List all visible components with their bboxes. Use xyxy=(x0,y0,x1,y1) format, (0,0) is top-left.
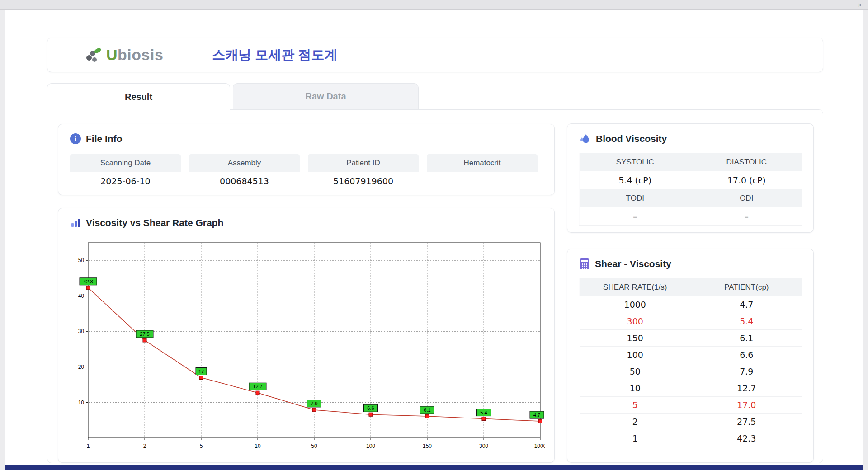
odi-label: ODI xyxy=(691,189,802,207)
data-point-label: 42.3 xyxy=(83,279,93,284)
x-tick-label: 1 xyxy=(87,443,90,449)
file-info-fields: Scanning Date 2025-06-10 Assembly 000684… xyxy=(70,154,538,190)
shear-rate-cell: 5 xyxy=(580,397,691,414)
patient-viscosity-cell: 17.0 xyxy=(691,397,802,414)
ubiosis-logo: Ubiosis xyxy=(84,46,163,64)
y-tick-label: 10 xyxy=(78,400,85,406)
blood-viscosity-header: Blood Viscosity xyxy=(567,124,813,145)
graph-header: Viscosity vs Shear Rate Graph xyxy=(58,208,554,228)
water-drop-icon xyxy=(579,133,591,145)
blood-viscosity-table: SYSTOLIC DIASTOLIC 5.4 (cP) 17.0 (cP) TO… xyxy=(579,153,802,226)
diastolic-value: 17.0 (cP) xyxy=(691,171,802,189)
data-point-label: 7.9 xyxy=(311,401,317,406)
file-info-title: File Info xyxy=(86,133,123,144)
shear-table-row: 1012.7 xyxy=(580,380,802,397)
data-point-marker xyxy=(143,338,146,342)
todi-label: TODI xyxy=(580,189,691,207)
data-point-label: 12.7 xyxy=(253,384,262,389)
field-assembly: Assembly 000684513 xyxy=(189,154,300,190)
data-point-marker xyxy=(256,391,259,395)
x-tick-label: 100 xyxy=(366,443,375,449)
graph-title: Viscosity vs Shear Rate Graph xyxy=(86,217,223,228)
field-value: 000684513 xyxy=(189,172,300,190)
result-panel: i File Info Scanning Date 2025-06-10 Ass… xyxy=(47,109,823,463)
shear-rate-cell: 300 xyxy=(580,313,691,330)
y-tick-label: 40 xyxy=(78,293,85,299)
shear-rate-cell: 10 xyxy=(580,380,691,397)
table-row: 5.4 (cP) 17.0 (cP) xyxy=(580,171,802,189)
field-value xyxy=(427,172,538,190)
x-tick-label: 300 xyxy=(479,443,488,449)
field-scanning-date: Scanning Date 2025-06-10 xyxy=(70,154,181,190)
table-row: – – xyxy=(580,207,802,226)
data-point-marker xyxy=(482,417,486,421)
calculator-icon xyxy=(579,258,590,270)
shear-table-row: 507.9 xyxy=(580,363,802,380)
shear-rate-cell: 1000 xyxy=(580,296,691,313)
field-label: Assembly xyxy=(189,154,300,172)
x-tick-label: 150 xyxy=(423,443,432,449)
field-patient-id: Patient ID 51607919600 xyxy=(308,154,419,190)
shear-rate-column-header: SHEAR RATE(1/s) xyxy=(580,278,691,296)
logo-text-rest: biosis xyxy=(118,46,163,63)
patient-viscosity-cell: 42.3 xyxy=(691,430,802,447)
logo-text: Ubiosis xyxy=(106,46,163,64)
shear-table-row: 1506.1 xyxy=(580,330,802,347)
bar-chart-icon xyxy=(70,217,81,228)
window-footer-bar xyxy=(5,465,863,470)
patient-viscosity-cell: 6.1 xyxy=(691,330,802,347)
field-label: Patient ID xyxy=(308,154,419,172)
shear-viscosity-header: Shear - Viscosity xyxy=(567,249,813,270)
data-point-label: 27.5 xyxy=(140,331,149,337)
app-window: Ubiosis 스캐닝 모세관 점도계 Result Raw Data i Fi… xyxy=(5,10,863,470)
blood-viscosity-title: Blood Viscosity xyxy=(596,133,667,144)
shear-rate-cell: 100 xyxy=(580,347,691,363)
app-header: Ubiosis 스캐닝 모세관 점도계 xyxy=(47,38,823,72)
data-point-marker xyxy=(199,376,203,380)
x-tick-label: 10 xyxy=(255,443,261,449)
patient-viscosity-cell: 12.7 xyxy=(691,380,802,397)
data-point-marker xyxy=(312,408,316,412)
viscosity-graph-card: Viscosity vs Shear Rate Graph 1020304050… xyxy=(58,208,555,463)
odi-value: – xyxy=(691,207,802,226)
patient-viscosity-cell: 5.4 xyxy=(691,313,802,330)
data-point-label: 6.6 xyxy=(367,405,374,411)
x-tick-label: 50 xyxy=(311,443,317,449)
y-tick-label: 20 xyxy=(78,364,85,370)
logo-text-accent: U xyxy=(106,46,118,63)
file-info-header: i File Info xyxy=(58,124,554,144)
todi-value: – xyxy=(580,207,691,226)
app-title: 스캐닝 모세관 점도계 xyxy=(212,46,337,64)
data-point-label: 4.7 xyxy=(533,412,540,418)
field-value: 2025-06-10 xyxy=(70,172,181,190)
shear-table-row: 3005.4 xyxy=(580,313,802,330)
field-hematocrit: Hematocrit xyxy=(427,154,538,190)
diastolic-label: DIASTOLIC xyxy=(691,153,802,171)
field-value: 51607919600 xyxy=(308,172,419,190)
data-point-label: 6.1 xyxy=(424,407,430,413)
y-tick-label: 30 xyxy=(78,328,85,334)
shear-table-body: 10004.73005.41506.11006.6507.91012.7517.… xyxy=(580,296,802,447)
field-label: Scanning Date xyxy=(70,154,181,172)
patient-column-header: PATIENT(cp) xyxy=(691,278,802,296)
field-label: Hematocrit xyxy=(427,154,538,172)
data-point-marker xyxy=(369,413,373,416)
table-row: TODI ODI xyxy=(580,189,802,207)
close-icon[interactable]: × xyxy=(858,1,862,9)
data-point-marker xyxy=(538,419,542,423)
tab-raw-data[interactable]: Raw Data xyxy=(233,83,419,109)
shear-rate-cell: 1 xyxy=(580,430,691,447)
x-tick-label: 2 xyxy=(143,443,146,449)
shear-viscosity-card: Shear - Viscosity SHEAR RATE(1/s) PATIEN… xyxy=(567,249,814,463)
ubiosis-logo-icon xyxy=(84,47,103,63)
shear-rate-cell: 50 xyxy=(580,363,691,380)
table-row: SYSTOLIC DIASTOLIC xyxy=(580,153,802,171)
tab-result[interactable]: Result xyxy=(47,83,230,110)
patient-viscosity-cell: 7.9 xyxy=(691,363,802,380)
shear-rate-cell: 2 xyxy=(580,414,691,430)
systolic-label: SYSTOLIC xyxy=(580,153,691,171)
window-titlebar: × xyxy=(0,0,868,10)
shear-table-row: 517.0 xyxy=(580,397,802,414)
data-point-marker xyxy=(86,286,90,290)
shear-table-row: 1006.6 xyxy=(580,347,802,363)
